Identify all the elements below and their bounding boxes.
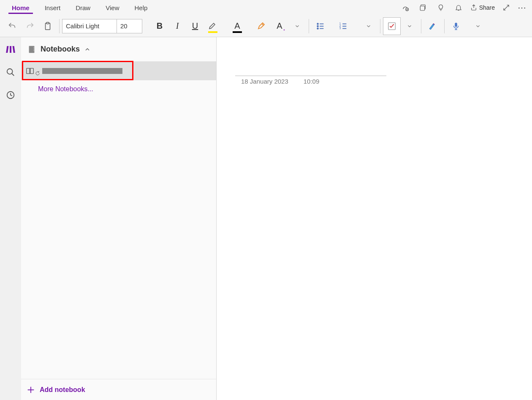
paragraph-dropdown[interactable] [360,17,377,35]
share-button[interactable]: Share [470,4,495,11]
italic-button[interactable]: I [168,17,186,35]
highlight-button[interactable] [204,17,222,35]
lightbulb-icon[interactable] [434,1,447,14]
svg-point-5 [317,23,318,24]
svg-rect-18 [455,22,457,27]
styles-dropdown[interactable] [288,17,306,35]
sync-status-icon[interactable] [399,1,412,14]
svg-rect-28 [34,50,35,51]
svg-rect-25 [29,46,35,53]
separator [309,19,309,33]
page-date: 18 January 2023 [241,78,288,85]
page-canvas[interactable]: 18 January 2023 10:09 [217,37,532,400]
nav-rail [0,37,21,400]
underline-button[interactable]: U [186,17,204,35]
page-meta: 18 January 2023 10:09 [235,78,532,85]
dictate-button[interactable] [447,17,465,35]
redo-button[interactable] [21,17,39,35]
notebook-name-redacted [42,68,122,74]
separator [444,19,445,33]
svg-text:3: 3 [339,27,341,30]
separator [59,19,60,33]
add-notebook-label: Add notebook [40,386,85,394]
fullscreen-icon[interactable] [500,1,513,14]
notebooks-rail-icon[interactable] [4,43,17,56]
content: Notebooks More Notebooks... Add notebook… [0,37,532,400]
styles-button[interactable]: A [271,17,288,35]
notifications-icon[interactable] [452,1,465,14]
recent-rail-icon[interactable] [4,89,17,101]
svg-rect-27 [34,49,35,49]
svg-point-7 [317,25,318,27]
undo-button[interactable] [3,17,21,35]
chevron-up-icon [84,46,91,53]
page-time: 10:09 [304,78,320,85]
clipboard-button[interactable] [39,17,57,35]
svg-rect-26 [34,47,35,48]
tab-help[interactable]: Help [127,2,155,14]
feed-icon[interactable] [417,1,429,14]
menubar: Home Insert Draw View Help Share ⋯ [0,0,532,15]
tab-view[interactable]: View [98,2,127,14]
separator [421,19,421,33]
overflow-dropdown[interactable] [469,17,487,35]
notebook-icon [27,45,36,54]
todo-tag-button[interactable] [383,17,401,35]
tab-home[interactable]: Home [4,2,37,14]
notebooks-sidebar: Notebooks More Notebooks... Add notebook [21,37,217,400]
tab-insert[interactable]: Insert [37,2,68,14]
numbered-list-button[interactable]: 123 [334,17,352,35]
font-color-button[interactable]: A [228,17,246,35]
svg-line-23 [12,73,14,76]
sync-badge-icon [35,71,40,76]
notebook-item[interactable] [21,62,216,80]
svg-rect-4 [46,22,49,24]
add-notebook-button[interactable]: Add notebook [21,379,216,400]
separator [380,19,380,33]
svg-rect-21 [13,46,15,53]
ink-button[interactable] [424,17,442,35]
svg-point-22 [7,69,13,74]
tags-dropdown[interactable] [401,17,418,35]
more-notebooks-link[interactable]: More Notebooks... [21,80,216,93]
search-rail-icon[interactable] [4,66,17,79]
toolbar: Calibri Light 20 B I U A A 123 [0,15,532,37]
plus-icon [26,385,35,395]
more-menu-icon[interactable]: ⋯ [518,3,527,13]
sidebar-header[interactable]: Notebooks [21,37,216,62]
svg-rect-2 [420,6,425,11]
clear-formatting-button[interactable] [253,17,271,35]
bullet-list-button[interactable] [312,17,329,35]
svg-rect-20 [10,46,11,53]
share-label: Share [479,4,495,11]
svg-rect-19 [6,46,8,53]
tab-draw[interactable]: Draw [68,2,98,14]
svg-point-9 [317,28,318,29]
font-name-input[interactable]: Calibri Light [62,19,117,33]
open-notebook-icon [25,66,35,76]
sidebar-title: Notebooks [41,45,80,54]
font-size-input[interactable]: 20 [117,19,142,33]
bold-button[interactable]: B [151,17,168,35]
menubar-right: Share ⋯ [399,1,532,14]
page-title-input[interactable] [235,63,386,76]
